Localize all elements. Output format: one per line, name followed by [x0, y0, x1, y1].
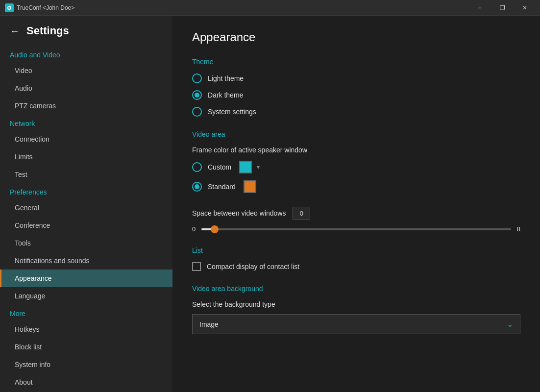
- radio-system-label: System settings: [208, 108, 256, 116]
- sidebar-item-connection[interactable]: Connection: [0, 130, 172, 148]
- radio-custom[interactable]: Custom ▾: [192, 161, 520, 173]
- sidebar-item-blocklist[interactable]: Block list: [0, 338, 172, 356]
- swatch-dropdown-arrow: ▾: [257, 164, 260, 171]
- background-type-dropdown[interactable]: Image ⌄: [192, 314, 520, 334]
- compact-display-checkbox[interactable]: [192, 262, 201, 271]
- close-button[interactable]: ✕: [514, 0, 536, 16]
- custom-color-swatch[interactable]: [239, 161, 252, 173]
- restore-button[interactable]: ❐: [491, 0, 514, 16]
- radio-light-circle: [192, 74, 202, 83]
- sidebar-item-test[interactable]: Test: [0, 166, 172, 183]
- bg-select-label: Select the background type: [192, 300, 520, 308]
- radio-standard[interactable]: Standard: [192, 180, 520, 193]
- radio-system-circle: [192, 107, 202, 117]
- compact-display-section: Compact display of contact list: [192, 262, 520, 271]
- compact-display-label: Compact display of contact list: [207, 263, 299, 270]
- space-slider-section: Space between video windows 0 0 8: [192, 207, 520, 233]
- sidebar: ← Settings Audio and Video Video Audio P…: [0, 16, 172, 392]
- section-label-preferences: Preferences: [0, 183, 172, 199]
- list-section-label: List: [192, 246, 520, 254]
- frame-color-radio-group: Custom ▾ Standard: [192, 161, 520, 193]
- app-icon: [5, 3, 14, 12]
- radio-standard-label: Standard: [208, 183, 236, 191]
- compact-display-option[interactable]: Compact display of contact list: [192, 262, 520, 271]
- titlebar: TrueConf <John Doe> − ❐ ✕: [0, 0, 540, 16]
- main-container: ← Settings Audio and Video Video Audio P…: [0, 16, 540, 392]
- radio-custom-circle: [192, 162, 202, 172]
- sidebar-item-notifications[interactable]: Notifications and sounds: [0, 252, 172, 270]
- page-title: Appearance: [192, 30, 520, 44]
- section-label-network: Network: [0, 115, 172, 130]
- minimize-button[interactable]: −: [468, 0, 491, 16]
- slider-row: 0 8: [192, 225, 520, 233]
- section-label-more: More: [0, 305, 172, 320]
- titlebar-left: TrueConf <John Doe>: [5, 3, 74, 12]
- sidebar-item-video[interactable]: Video: [0, 62, 172, 79]
- section-label-audio-video: Audio and Video: [0, 46, 172, 62]
- sidebar-item-language[interactable]: Language: [0, 287, 172, 305]
- sidebar-item-audio[interactable]: Audio: [0, 79, 172, 97]
- sidebar-item-ptz[interactable]: PTZ cameras: [0, 97, 172, 115]
- slider-label: Space between video windows: [192, 209, 286, 217]
- radio-system-theme[interactable]: System settings: [192, 107, 520, 117]
- slider-track[interactable]: [201, 228, 511, 230]
- sidebar-item-conference[interactable]: Conference: [0, 217, 172, 234]
- dropdown-value: Image: [199, 320, 219, 328]
- slider-value-box[interactable]: 0: [293, 207, 310, 220]
- sidebar-header: ← Settings: [0, 16, 172, 46]
- slider-label-row: Space between video windows 0: [192, 207, 520, 220]
- sidebar-item-about[interactable]: About: [0, 373, 172, 391]
- theme-radio-group: Light theme Dark theme System settings: [192, 74, 520, 117]
- slider-min: 0: [192, 225, 196, 233]
- chevron-down-icon: ⌄: [507, 319, 513, 329]
- sidebar-item-general[interactable]: General: [0, 199, 172, 217]
- sidebar-item-tools[interactable]: Tools: [0, 234, 172, 252]
- sidebar-item-limits[interactable]: Limits: [0, 148, 172, 166]
- theme-section-label: Theme: [192, 58, 520, 66]
- settings-title: Settings: [26, 24, 69, 37]
- back-button[interactable]: ←: [10, 25, 20, 37]
- radio-standard-circle: [192, 182, 202, 192]
- radio-dark-circle: [192, 90, 202, 100]
- radio-dark-label: Dark theme: [208, 91, 243, 99]
- radio-light-label: Light theme: [208, 74, 244, 82]
- sidebar-item-hotkeys[interactable]: Hotkeys: [0, 320, 172, 338]
- standard-color-swatch[interactable]: [244, 180, 256, 193]
- video-area-section-label: Video area: [192, 130, 520, 138]
- content-area: Appearance Theme Light theme Dark theme …: [172, 16, 540, 392]
- sidebar-item-sysinfo[interactable]: System info: [0, 356, 172, 373]
- slider-max: 8: [517, 225, 520, 233]
- titlebar-title: TrueConf <John Doe>: [17, 4, 74, 11]
- sidebar-item-appearance[interactable]: Appearance: [0, 270, 172, 287]
- radio-dark-theme[interactable]: Dark theme: [192, 90, 520, 100]
- bg-section-label: Video area background: [192, 285, 520, 293]
- slider-thumb[interactable]: [211, 225, 219, 233]
- svg-point-2: [8, 7, 10, 9]
- frame-color-label: Frame color of active speaker window: [192, 146, 520, 154]
- radio-light-theme[interactable]: Light theme: [192, 74, 520, 83]
- titlebar-controls: − ❐ ✕: [468, 0, 536, 16]
- radio-custom-label: Custom: [208, 163, 231, 171]
